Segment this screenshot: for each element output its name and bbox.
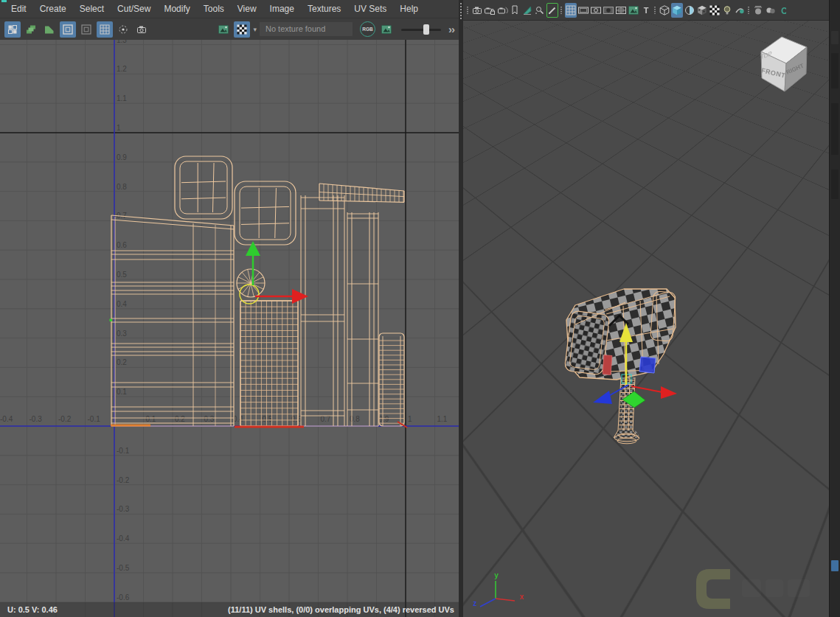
svg-text:-0.4: -0.4 — [117, 534, 130, 543]
resolution-gate-icon[interactable] — [590, 3, 602, 18]
uv-editor-menubar: EditCreateSelectCut/SewModifyToolsViewIm… — [0, 0, 459, 18]
uv-grid-and-mesh: 1.31.21.110.90.80.70.60.50.40.30.20.1-0.… — [0, 40, 459, 617]
svg-text:0.9: 0.9 — [117, 153, 127, 161]
menu-tools[interactable]: Tools — [197, 0, 231, 18]
strip-item[interactable] — [831, 31, 839, 44]
wireframe-display-icon[interactable] — [659, 3, 670, 18]
camera-attributes-icon[interactable] — [496, 3, 508, 18]
unfolded-overlay-icon[interactable] — [41, 21, 58, 38]
svg-text:0.8: 0.8 — [350, 415, 360, 423]
svg-text:1.1: 1.1 — [117, 94, 127, 102]
texture-dropdown-arrow-icon[interactable]: ▾ — [253, 26, 257, 33]
svg-text:C: C — [781, 5, 786, 15]
uv-editor-toolbar: ▾ No texture found RGB ›› — [0, 18, 459, 41]
menu-textures[interactable]: Textures — [301, 0, 347, 18]
hud-toggle-icon[interactable]: T — [640, 3, 652, 18]
panel-grip-icon — [559, 3, 564, 18]
film-gate-icon[interactable] — [577, 3, 589, 18]
svg-text:x: x — [520, 593, 524, 601]
image-dim-slider[interactable] — [401, 23, 441, 36]
menu-cutsew[interactable]: Cut/Sew — [111, 0, 157, 18]
lighting-toggle-icon[interactable] — [721, 3, 733, 18]
rgb-channels-icon[interactable]: RGB — [360, 21, 375, 37]
svg-text:-0.4: -0.4 — [0, 415, 13, 423]
svg-text:-0.2: -0.2 — [58, 415, 72, 423]
svg-text:0.4: 0.4 — [117, 300, 127, 308]
svg-text:-0.3: -0.3 — [29, 415, 43, 423]
viewport-scene: TOP FRONT RIGHT y x z — [463, 20, 829, 617]
strip-item[interactable] — [831, 170, 839, 199]
menu-edit[interactable]: Edit — [4, 0, 33, 18]
shell-border-toggle-icon[interactable] — [60, 21, 76, 38]
svg-text:0.5: 0.5 — [263, 415, 273, 423]
menu-select[interactable]: Select — [73, 0, 111, 18]
collapsed-side-panel[interactable] — [829, 0, 840, 617]
slider-thumb[interactable] — [423, 24, 429, 35]
grid-toggle-icon[interactable] — [565, 3, 577, 18]
image-plane-icon[interactable] — [628, 3, 639, 18]
default-material-icon[interactable] — [709, 3, 721, 18]
svg-text:z: z — [473, 599, 476, 607]
select-camera-icon[interactable] — [471, 3, 483, 18]
checker-display-button[interactable] — [234, 21, 250, 38]
texture-border-toggle-icon[interactable] — [78, 21, 94, 38]
textured-display-icon[interactable] — [696, 3, 708, 18]
uv-perspective-icon[interactable] — [521, 3, 533, 18]
texture-name-field[interactable]: No texture found — [260, 22, 353, 36]
menu-view[interactable]: View — [231, 0, 263, 18]
isolate-select-icon[interactable] — [115, 21, 131, 38]
axis-indicator: y x z — [473, 571, 524, 607]
uv-coordinates-readout: U: 0.5 V: 0.46 — [0, 605, 58, 614]
menu-modify[interactable]: Modify — [157, 0, 196, 18]
pixel-grid-toggle-icon[interactable] — [97, 21, 113, 38]
occlusion-toggle-icon[interactable] — [752, 3, 764, 18]
svg-text:-0.1: -0.1 — [88, 415, 101, 423]
grease-pencil-icon[interactable] — [546, 3, 558, 18]
lock-camera-icon[interactable] — [484, 3, 496, 18]
field-chart-icon[interactable] — [615, 3, 627, 18]
svg-text:0.4: 0.4 — [233, 415, 243, 423]
menu-help[interactable]: Help — [393, 0, 425, 18]
stacked-shells-icon[interactable] — [23, 21, 39, 38]
pan-zoom-icon[interactable] — [534, 3, 546, 18]
svg-text:1: 1 — [117, 124, 121, 132]
image-display-button[interactable] — [215, 21, 232, 38]
uv-snapshot-icon[interactable] — [133, 21, 150, 38]
svg-text:0.2: 0.2 — [175, 415, 185, 423]
panel-grip-icon — [746, 3, 752, 18]
svg-text:0.1: 0.1 — [146, 415, 156, 423]
svg-text:1.2: 1.2 — [117, 65, 127, 73]
xray-toggle-icon[interactable] — [734, 3, 746, 18]
view-cube[interactable]: TOP FRONT RIGHT — [760, 37, 807, 91]
svg-text:0.1: 0.1 — [117, 388, 127, 396]
smooth-shade-icon[interactable] — [671, 3, 683, 18]
strip-item[interactable] — [831, 103, 839, 155]
perspective-viewport[interactable]: TC TOP FRONT RIGHT y x z — [463, 0, 829, 617]
svg-text:y: y — [494, 571, 499, 579]
motion-blur-toggle-icon[interactable] — [765, 3, 777, 18]
menu-uvsets[interactable]: UV Sets — [347, 0, 393, 18]
menu-image[interactable]: Image — [263, 0, 301, 18]
svg-text:0.6: 0.6 — [117, 241, 127, 249]
hammer-head — [564, 289, 676, 380]
uv-canvas[interactable]: 1.31.21.110.90.80.70.60.50.40.30.20.1-0.… — [0, 40, 459, 617]
watermark-logo — [696, 569, 810, 609]
image-ratio-button[interactable] — [378, 21, 395, 38]
wireframe-on-shaded-icon[interactable] — [684, 3, 695, 18]
uv-status-bar: U: 0.5 V: 0.46 (11/11) UV shells, (0/0) … — [0, 602, 459, 617]
gate-mask-icon[interactable] — [603, 3, 614, 18]
viewport-toolbar: TC — [463, 0, 829, 21]
strip-item[interactable] — [831, 53, 839, 88]
bookmarks-icon[interactable] — [509, 3, 521, 18]
slider-track — [401, 29, 441, 31]
svg-text:T: T — [643, 6, 648, 15]
expand-toolbar-icon[interactable]: ›› — [448, 23, 454, 35]
strip-active-tab[interactable] — [831, 560, 839, 571]
uv-shading-toggle-icon[interactable] — [4, 21, 21, 38]
svg-text:1.1: 1.1 — [437, 415, 448, 423]
maya-uv-editing-workspace: { "uv_editor": { "menu": ["Edit","Create… — [0, 0, 840, 617]
menu-create[interactable]: Create — [33, 0, 73, 18]
clipped-icon[interactable]: C — [777, 3, 789, 18]
uv-texture-controls: ▾ No texture found RGB ›› — [215, 21, 454, 38]
svg-text:-0.2: -0.2 — [117, 476, 130, 484]
